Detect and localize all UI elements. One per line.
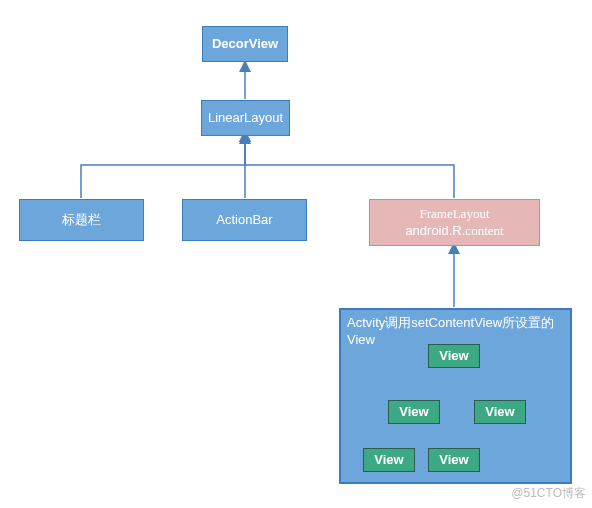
node-label-line1: FrameLayout xyxy=(419,206,489,223)
panel-title: Actvity调用setContentView所设置的View xyxy=(347,314,564,347)
node-linearlayout: LinearLayout xyxy=(201,100,290,136)
node-label: View xyxy=(374,452,403,469)
subtree-child-right: View xyxy=(474,400,526,424)
node-decorview: DecorView xyxy=(202,26,288,62)
watermark: @51CTO博客 xyxy=(511,485,586,502)
node-label: LinearLayout xyxy=(208,110,283,127)
subtree-grandchild-2: View xyxy=(428,448,480,472)
subtree-child-left: View xyxy=(388,400,440,424)
node-framelayout: FrameLayout android.R.content xyxy=(369,199,540,246)
node-label: View xyxy=(485,404,514,421)
node-label: View xyxy=(439,452,468,469)
frame-suffix: content xyxy=(465,223,503,238)
node-label-line2: android.R.content xyxy=(405,223,503,240)
subtree-root: View xyxy=(428,344,480,368)
node-label: 标题栏 xyxy=(62,212,101,229)
subtree-grandchild-1: View xyxy=(363,448,415,472)
node-label: ActionBar xyxy=(216,212,272,229)
frame-prefix: android.R. xyxy=(405,223,465,238)
node-actionbar: ActionBar xyxy=(182,199,307,241)
node-label: View xyxy=(399,404,428,421)
node-label: DecorView xyxy=(212,36,278,53)
node-titlebar: 标题栏 xyxy=(19,199,144,241)
node-label: View xyxy=(439,348,468,365)
